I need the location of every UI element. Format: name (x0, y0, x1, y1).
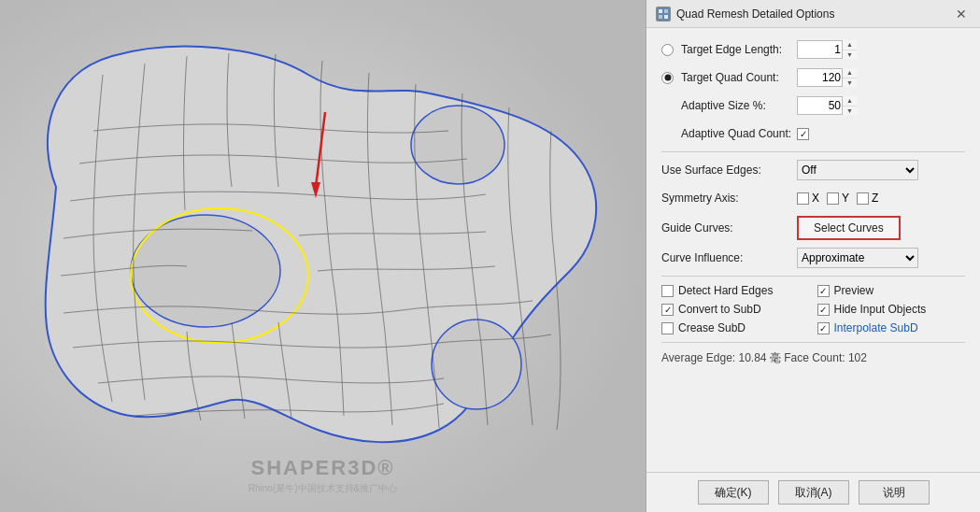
curve-influence-select[interactable]: Approximate Exact (797, 248, 918, 268)
svg-rect-9 (664, 9, 668, 13)
select-curves-button[interactable]: Select Curves (797, 216, 901, 240)
convert-to-subd-checkbox[interactable] (661, 304, 674, 316)
cancel-button[interactable]: 取消(A) (778, 480, 849, 505)
crease-subd-label: Crease SubD (678, 321, 746, 334)
detect-hard-edges-label: Detect Hard Edges (678, 284, 773, 297)
status-text: Average Edge: 10.84 毫 Face Count: 102 (661, 350, 965, 366)
axis-z-label: Z (872, 192, 878, 205)
checkbox-group: Detect Hard Edges Preview Convert to Sub… (661, 284, 965, 334)
titlebar-left: Quad Remesh Detailed Options (656, 7, 834, 21)
crease-subd-item: Crease SubD (661, 321, 810, 334)
axis-y-label: Y (842, 192, 849, 205)
hide-input-objects-label: Hide Input Objects (834, 303, 927, 316)
panel-footer: 确定(K) 取消(A) 说明 (646, 472, 980, 512)
svg-point-4 (432, 320, 521, 409)
hide-input-objects-checkbox[interactable] (817, 304, 830, 316)
watermark: SHAPER3D® Rhino(犀牛)中国技术支持&推广中心 (249, 456, 397, 495)
axis-y-item: Y (827, 192, 849, 205)
divider-1 (661, 151, 965, 152)
panel-titlebar: Quad Remesh Detailed Options ✕ (646, 0, 980, 28)
target-edge-length-spin-up[interactable]: ▲ (843, 40, 857, 50)
convert-to-subd-item: Convert to SubD (661, 303, 810, 316)
symmetry-axis-row: Symmetry Axis: X Y Z (661, 188, 965, 208)
svg-rect-10 (659, 15, 662, 19)
preview-checkbox[interactable] (817, 285, 830, 297)
adaptive-size-input-wrap: ▲ ▼ (797, 96, 857, 115)
target-edge-length-label: Target Edge Length: (661, 43, 797, 56)
options-panel: Quad Remesh Detailed Options ✕ Target Ed… (646, 0, 980, 512)
adaptive-quad-count-row: Adaptive Quad Count: (661, 123, 965, 144)
axis-z-item: Z (857, 192, 878, 205)
axis-y-checkbox[interactable] (827, 192, 839, 205)
svg-rect-8 (659, 9, 662, 13)
confirm-button[interactable]: 确定(K) (698, 480, 769, 505)
guide-curves-control: Select Curves (797, 216, 965, 240)
target-quad-count-spin: ▲ ▼ (842, 68, 857, 87)
adaptive-size-row: Adaptive Size %: ▲ ▼ (661, 95, 965, 116)
watermark-logo: SHAPER3D® (250, 456, 394, 480)
target-edge-length-input-wrap: ▲ ▼ (797, 40, 857, 59)
preview-label: Preview (834, 284, 874, 297)
adaptive-size-control: ▲ ▼ (797, 96, 965, 115)
target-edge-length-spin: ▲ ▼ (842, 40, 857, 59)
curve-influence-row: Curve Influence: Approximate Exact (661, 248, 965, 268)
adaptive-size-spin-down[interactable]: ▼ (843, 107, 857, 116)
target-quad-count-radio[interactable] (661, 72, 674, 84)
interpolate-subd-item: Interpolate SubD (817, 321, 966, 334)
target-quad-count-spin-up[interactable]: ▲ (843, 68, 857, 78)
crease-subd-checkbox[interactable] (661, 322, 674, 334)
divider-2 (661, 276, 965, 277)
use-surface-edges-control: Off On Sharp Edges (797, 160, 965, 180)
adaptive-quad-count-checkbox[interactable] (797, 128, 809, 140)
watermark-sub: Rhino(犀牛)中国技术支持&推广中心 (249, 482, 397, 495)
adaptive-size-spin-up[interactable]: ▲ (843, 96, 857, 107)
axis-x-item: X (797, 192, 819, 205)
target-quad-count-spin-down[interactable]: ▼ (843, 78, 857, 88)
adaptive-quad-count-control (797, 128, 965, 140)
use-surface-edges-select[interactable]: Off On Sharp Edges (797, 160, 918, 180)
axis-x-label: X (812, 192, 819, 205)
target-quad-count-label: Target Quad Count: (661, 71, 797, 84)
preview-item: Preview (817, 284, 966, 297)
target-edge-length-radio[interactable] (661, 44, 674, 56)
axis-x-checkbox[interactable] (797, 192, 809, 205)
interpolate-subd-checkbox[interactable] (817, 322, 830, 334)
guide-curves-row: Guide Curves: Select Curves (661, 216, 965, 240)
symmetry-axis-control: X Y Z (797, 192, 965, 205)
target-quad-count-row: Target Quad Count: ▲ ▼ (661, 67, 965, 88)
target-edge-length-spin-down[interactable]: ▼ (843, 50, 857, 60)
panel-body: Target Edge Length: ▲ ▼ Target Quad Coun… (646, 28, 980, 472)
divider-3 (661, 342, 965, 343)
panel-app-icon (656, 7, 671, 21)
convert-to-subd-label: Convert to SubD (678, 303, 761, 316)
target-edge-length-row: Target Edge Length: ▲ ▼ (661, 39, 965, 60)
adaptive-size-label: Adaptive Size %: (661, 99, 797, 112)
guide-curves-label: Guide Curves: (661, 221, 797, 235)
curve-influence-control: Approximate Exact (797, 248, 965, 268)
curve-influence-label: Curve Influence: (661, 251, 797, 264)
use-surface-edges-row: Use Surface Edges: Off On Sharp Edges (661, 160, 965, 180)
adaptive-quad-count-label: Adaptive Quad Count: (661, 127, 797, 140)
use-surface-edges-label: Use Surface Edges: (661, 164, 797, 177)
target-quad-count-input-wrap: ▲ ▼ (797, 68, 857, 87)
detect-hard-edges-item: Detect Hard Edges (661, 284, 810, 297)
adaptive-size-spin: ▲ ▼ (842, 96, 857, 115)
axis-group: X Y Z (797, 192, 878, 205)
target-edge-length-control: ▲ ▼ (797, 40, 965, 59)
detect-hard-edges-checkbox[interactable] (661, 285, 674, 297)
canvas-area: SHAPER3D® Rhino(犀牛)中国技术支持&推广中心 (0, 0, 646, 512)
svg-rect-11 (664, 15, 668, 19)
interpolate-subd-label: Interpolate SubD (834, 321, 918, 334)
panel-title: Quad Remesh Detailed Options (676, 7, 834, 21)
help-button[interactable]: 说明 (859, 480, 930, 505)
close-button[interactable]: ✕ (952, 7, 971, 21)
hide-input-objects-item: Hide Input Objects (817, 303, 966, 316)
symmetry-axis-label: Symmetry Axis: (661, 192, 797, 205)
svg-point-3 (411, 106, 504, 184)
axis-z-checkbox[interactable] (857, 192, 869, 205)
target-quad-count-control: ▲ ▼ (797, 68, 965, 87)
